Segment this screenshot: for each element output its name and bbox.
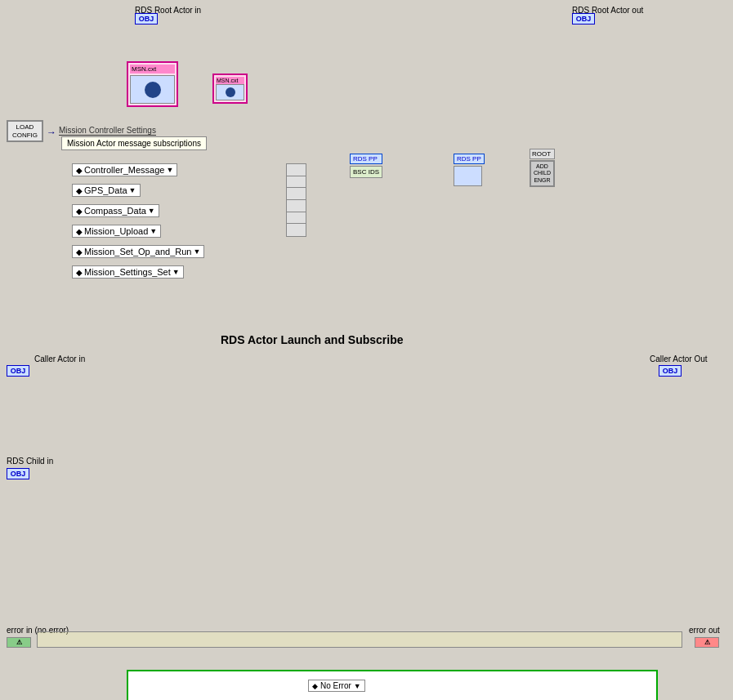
caller-actor-out-label: Caller Actor Out	[650, 354, 708, 363]
rds-child-in-obj: OBJ	[7, 468, 29, 479]
mission-controller-settings: Mission Controller Settings	[59, 125, 156, 135]
rds-child-in-label: RDS Child in	[7, 456, 53, 466]
mission-actor-msg-subscriptions: Mission Actor message subscriptions	[61, 136, 207, 150]
load-config-box[interactable]: LOAD CONFIG	[7, 120, 43, 142]
rds-root-actor-out-obj: OBJ	[572, 13, 595, 25]
msg-item-3[interactable]: ◆ Mission_Upload ▼	[72, 225, 161, 238]
caller-actor-out-obj: OBJ	[659, 365, 682, 377]
no-error-dropdown[interactable]: ◆ No Error ▼	[308, 680, 365, 692]
bsc-ids-block: RDS PP BSC IDS	[350, 154, 382, 178]
bottom-section: RDS Actor Launch and Subscribe ◆ No Erro…	[0, 319, 733, 700]
msg-item-4[interactable]: ◆ Mission_Set_Op_and_Run ▼	[72, 245, 204, 258]
error-out-label: error out	[689, 625, 720, 635]
rds-root-actor-in-obj: OBJ	[135, 13, 158, 25]
msg-item-1[interactable]: ◆ GPS_Data ▼	[72, 184, 141, 197]
bundle-block	[286, 163, 306, 237]
msn-box-small: MSN.cxt	[212, 74, 248, 104]
error-in-box: ⚠	[7, 637, 31, 648]
root-add-child-block: ROOT ADDCHILDENGR	[530, 149, 555, 187]
rds-actor-box: ◆ No Error ▼ ROOT ROOT ROUTER 1	[127, 670, 658, 700]
msg-item-5[interactable]: ◆ Mission_Settings_Set ▼	[72, 265, 184, 279]
bottom-title: RDS Actor Launch and Subscribe	[221, 333, 404, 346]
caller-actor-in-obj: OBJ	[7, 365, 29, 377]
top-section: RDS Root Actor in OBJ RDS Root Actor out…	[0, 0, 733, 319]
msg-item-0[interactable]: ◆ Controller_Message ▼	[72, 163, 177, 176]
caller-actor-in-label: Caller Actor in	[34, 354, 85, 363]
msg-item-2[interactable]: ◆ Compass_Data ▼	[72, 204, 159, 217]
rds-pp-box-2: RDS PP	[454, 154, 485, 186]
error-out-box: ⚠	[695, 637, 719, 648]
msn-box-large: MSN.cxt	[127, 61, 178, 107]
load-config-arrow: →	[47, 127, 56, 138]
